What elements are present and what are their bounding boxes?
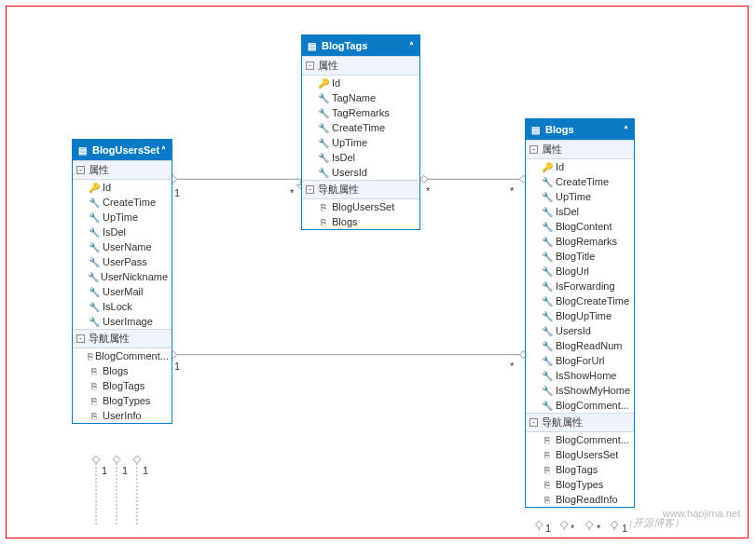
cardinality: * bbox=[597, 523, 600, 534]
minus-icon: - bbox=[306, 61, 314, 70]
entity-title: BlogTags bbox=[322, 40, 367, 51]
minus-icon: - bbox=[306, 185, 314, 194]
wrench-icon: 🔧 bbox=[541, 192, 554, 202]
nav-icon: ⎘ bbox=[88, 381, 101, 391]
wrench-icon: 🔧 bbox=[541, 281, 554, 292]
section-properties[interactable]: - 属性 bbox=[73, 160, 172, 180]
wrench-icon: 🔧 bbox=[541, 207, 554, 217]
section-nav[interactable]: - 导航属性 bbox=[302, 180, 419, 199]
wrench-icon: 🔧 bbox=[317, 153, 330, 163]
cardinality: 1 bbox=[174, 187, 180, 198]
wrench-icon: 🔧 bbox=[541, 326, 554, 336]
wrench-icon: 🔧 bbox=[541, 237, 554, 247]
nav-icon: ⎘ bbox=[88, 366, 101, 376]
minus-icon: - bbox=[76, 166, 85, 174]
minus-icon: - bbox=[529, 145, 538, 154]
cardinality: 1 bbox=[143, 465, 148, 476]
wrench-icon: 🔧 bbox=[541, 252, 554, 262]
nav-icon: ⎘ bbox=[88, 411, 101, 421]
entity-title: Blogs bbox=[545, 124, 574, 135]
wrench-icon: 🔧 bbox=[541, 371, 554, 381]
watermark-text: （开源博客） bbox=[623, 516, 684, 530]
collapse-icon[interactable]: ˄ bbox=[624, 125, 628, 135]
key-icon: 🔑 bbox=[88, 183, 101, 193]
entity-header[interactable]: ▤ Blogs ˄ bbox=[526, 119, 634, 140]
entity-header[interactable]: ▤ BlogTags ˄ bbox=[302, 35, 419, 56]
wrench-icon: 🔧 bbox=[541, 222, 554, 232]
nav-icon: ⎘ bbox=[541, 465, 554, 475]
nav-icon: ⎘ bbox=[541, 480, 554, 490]
cardinality: * bbox=[290, 187, 294, 198]
nav-icon: ⎘ bbox=[317, 202, 330, 212]
cardinality: 1 bbox=[122, 465, 128, 476]
section-properties[interactable]: - 属性 bbox=[526, 140, 634, 159]
wrench-icon: 🔧 bbox=[317, 168, 330, 178]
cardinality: * bbox=[510, 361, 514, 372]
table-icon: ▤ bbox=[308, 41, 316, 51]
entity-blogtags[interactable]: ▤ BlogTags ˄ - 属性 🔑Id 🔧TagName 🔧TagRemar… bbox=[301, 34, 420, 230]
entity-blogs[interactable]: ▤ Blogs ˄ - 属性 🔑Id 🔧CreateTime 🔧UpTime 🔧… bbox=[525, 118, 635, 508]
minus-icon: - bbox=[76, 334, 85, 343]
nav-icon: ⎘ bbox=[88, 396, 101, 406]
wrench-icon: 🔧 bbox=[541, 177, 554, 187]
cardinality: 1 bbox=[545, 523, 551, 534]
wrench-icon: 🔧 bbox=[317, 108, 330, 118]
wrench-icon: 🔧 bbox=[88, 227, 101, 238]
minus-icon: - bbox=[529, 418, 538, 427]
entity-header[interactable]: ▤ BlogUsersSet ˄ bbox=[73, 140, 172, 160]
wrench-icon: 🔧 bbox=[541, 401, 554, 411]
section-nav[interactable]: - 导航属性 bbox=[73, 329, 172, 348]
wrench-icon: 🔧 bbox=[88, 302, 101, 312]
cardinality: 1 bbox=[174, 361, 180, 372]
wrench-icon: 🔧 bbox=[88, 272, 99, 282]
wrench-icon: 🔧 bbox=[541, 296, 554, 307]
wrench-icon: 🔧 bbox=[541, 341, 554, 351]
wrench-icon: 🔧 bbox=[317, 138, 330, 148]
entity-title: BlogUsersSet bbox=[92, 144, 159, 156]
wrench-icon: 🔧 bbox=[541, 386, 554, 396]
nav-icon: ⎘ bbox=[541, 435, 554, 445]
cardinality: * bbox=[426, 185, 430, 197]
wrench-icon: 🔧 bbox=[88, 287, 101, 297]
wrench-icon: 🔧 bbox=[317, 123, 330, 133]
cardinality: * bbox=[570, 523, 574, 534]
key-icon: 🔑 bbox=[541, 162, 554, 172]
nav-icon: ⎘ bbox=[317, 217, 330, 227]
nav-icon: ⎘ bbox=[541, 450, 554, 460]
nav-icon: ⎘ bbox=[541, 495, 554, 505]
section-nav[interactable]: - 导航属性 bbox=[526, 413, 634, 432]
wrench-icon: 🔧 bbox=[88, 257, 101, 267]
wrench-icon: 🔧 bbox=[541, 266, 554, 277]
wrench-icon: 🔧 bbox=[88, 242, 101, 252]
wrench-icon: 🔧 bbox=[88, 212, 101, 223]
wrench-icon: 🔧 bbox=[88, 317, 101, 327]
key-icon: 🔑 bbox=[317, 78, 330, 89]
wrench-icon: 🔧 bbox=[541, 311, 554, 321]
cardinality: 1 bbox=[102, 465, 107, 476]
table-icon: ▤ bbox=[531, 125, 540, 135]
wrench-icon: 🔧 bbox=[541, 356, 554, 366]
section-properties[interactable]: - 属性 bbox=[302, 56, 419, 75]
collapse-icon[interactable]: ˄ bbox=[161, 145, 166, 156]
wrench-icon: 🔧 bbox=[88, 198, 101, 208]
table-icon: ▤ bbox=[78, 145, 87, 156]
entity-blogusersset[interactable]: ▤ BlogUsersSet ˄ - 属性 🔑Id 🔧CreateTime 🔧U… bbox=[72, 139, 172, 424]
cardinality: * bbox=[510, 185, 514, 197]
collapse-icon[interactable]: ˄ bbox=[409, 41, 414, 51]
wrench-icon: 🔧 bbox=[317, 93, 330, 103]
